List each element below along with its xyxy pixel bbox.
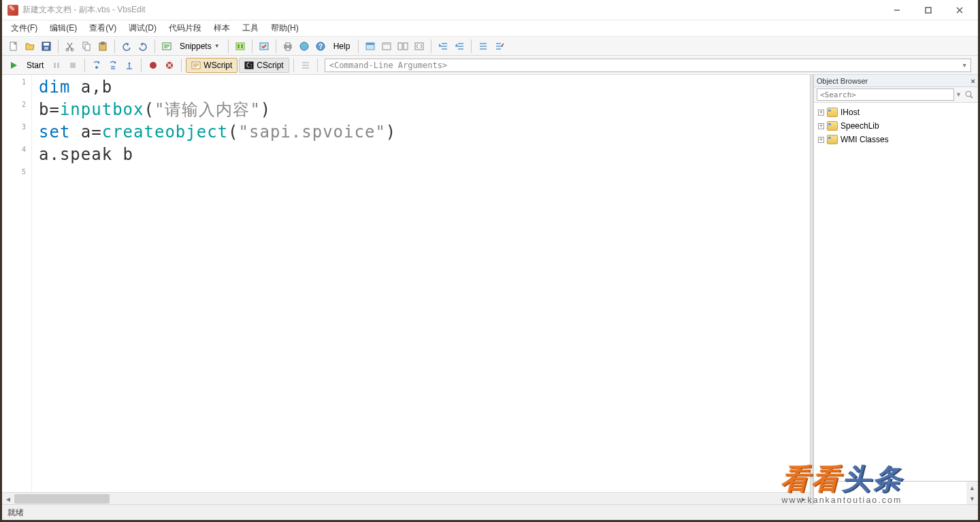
svg-point-19 xyxy=(300,42,308,50)
scroll-down-icon[interactable]: ▼ xyxy=(966,493,978,504)
svg-rect-25 xyxy=(382,43,391,45)
close-button[interactable] xyxy=(944,0,975,20)
window3-icon[interactable] xyxy=(395,39,410,54)
svg-point-33 xyxy=(150,62,157,69)
chevron-down-icon: ▼ xyxy=(214,43,220,49)
tree-node[interactable]: + WMI Classes xyxy=(815,133,977,146)
svg-point-32 xyxy=(95,66,98,69)
svg-rect-31 xyxy=(70,63,76,68)
open-file-icon[interactable] xyxy=(22,39,37,54)
maximize-button[interactable] xyxy=(913,0,944,20)
code-content[interactable]: dim a,bb=inputbox("请输入内容")set a=createob… xyxy=(36,75,810,491)
object-browser-search-input[interactable] xyxy=(817,88,954,101)
menu-snippets[interactable]: 代码片段 xyxy=(163,20,208,36)
list-icon[interactable] xyxy=(298,58,313,73)
indent-icon[interactable] xyxy=(436,39,451,54)
menu-bar: 文件(F) 编辑(E) 查看(V) 调试(D) 代码片段 样本 工具 帮助(H) xyxy=(2,20,978,37)
pause-icon[interactable] xyxy=(49,58,64,73)
exe-icon[interactable] xyxy=(257,39,272,54)
svg-rect-30 xyxy=(57,63,59,68)
cscript-label: CScript xyxy=(257,61,283,70)
menu-samples[interactable]: 样本 xyxy=(208,20,236,36)
help-icon[interactable]: ? xyxy=(313,39,328,54)
wscript-label: WScript xyxy=(203,61,232,70)
tree-node[interactable]: + IHost xyxy=(815,105,977,119)
expand-icon[interactable]: + xyxy=(818,123,824,129)
toolbar-debug: Start WScript C: CScript <Command-Line A… xyxy=(2,56,978,75)
object-browser-title: Object Browser xyxy=(817,77,868,85)
object-browser-details: ▲ ▼ xyxy=(814,481,978,504)
cscript-button[interactable]: C: CScript xyxy=(239,58,289,73)
chevron-down-icon[interactable]: ▼ xyxy=(956,91,962,98)
window4-icon[interactable] xyxy=(412,39,427,54)
window-icon[interactable] xyxy=(363,39,378,54)
breakpoint-icon[interactable] xyxy=(146,58,161,73)
object-browser-tree[interactable]: + IHost + SpeechLib + WMI Classes xyxy=(814,102,978,480)
save-icon[interactable] xyxy=(39,39,54,54)
menu-edit[interactable]: 编辑(E) xyxy=(44,20,83,36)
code-line[interactable]: set a=createobject("sapi.spvoice") xyxy=(39,121,807,144)
svg-rect-18 xyxy=(286,48,290,50)
start-label: Start xyxy=(27,61,44,70)
menu-debug[interactable]: 调试(D) xyxy=(122,20,163,36)
help-button[interactable]: Help xyxy=(329,39,355,54)
menu-view[interactable]: 查看(V) xyxy=(83,20,122,36)
expand-icon[interactable]: + xyxy=(818,110,824,116)
start-icon[interactable] xyxy=(6,58,21,73)
print-icon[interactable] xyxy=(280,39,295,54)
line-number: 5 xyxy=(2,166,31,189)
code-line[interactable]: b=inputbox("请输入内容") xyxy=(39,99,807,121)
code-line[interactable]: dim a,b xyxy=(39,76,807,99)
tree-node[interactable]: + SpeechLib xyxy=(815,119,977,133)
cmdline-arguments-input[interactable]: <Command-Line Arguments> ▼ xyxy=(325,59,971,72)
line-gutter: 12345 xyxy=(2,75,32,504)
menu-help[interactable]: 帮助(H) xyxy=(265,20,305,36)
script-icon xyxy=(191,61,201,70)
bookmark-icon[interactable] xyxy=(162,58,177,73)
scroll-right-icon[interactable]: ► xyxy=(798,493,810,504)
cut-icon[interactable] xyxy=(63,39,78,54)
expand-icon[interactable]: + xyxy=(818,137,824,143)
chevron-down-icon: ▼ xyxy=(963,62,966,69)
step-out-icon[interactable] xyxy=(122,58,137,73)
step-over-icon[interactable] xyxy=(105,58,120,73)
redo-icon[interactable] xyxy=(135,39,150,54)
comment-icon[interactable] xyxy=(476,39,491,54)
close-panel-icon[interactable]: × xyxy=(971,77,975,85)
new-file-icon[interactable] xyxy=(6,39,21,54)
window2-icon[interactable] xyxy=(379,39,394,54)
start-button[interactable]: Start xyxy=(22,58,48,73)
world-icon[interactable] xyxy=(297,39,312,54)
wscript-button[interactable]: WScript xyxy=(186,58,238,73)
tree-node-label: WMI Classes xyxy=(840,135,889,144)
stop-icon[interactable] xyxy=(65,58,80,73)
svg-text:C:: C: xyxy=(246,63,253,69)
svg-rect-12 xyxy=(236,43,244,50)
horizontal-scrollbar[interactable]: ◄ ► xyxy=(2,492,810,504)
scroll-thumb[interactable] xyxy=(14,494,110,504)
scroll-left-icon[interactable]: ◄ xyxy=(2,493,14,504)
help-label: Help xyxy=(333,42,350,51)
copy-icon[interactable] xyxy=(79,39,94,54)
menu-tools[interactable]: 工具 xyxy=(236,20,265,36)
undo-icon[interactable] xyxy=(119,39,134,54)
snippets-button[interactable]: Snippets ▼ xyxy=(176,39,224,54)
svg-rect-10 xyxy=(101,42,104,44)
minimize-button[interactable] xyxy=(881,0,913,20)
line-number: 3 xyxy=(2,121,31,144)
paste-icon[interactable] xyxy=(95,39,110,54)
outdent-icon[interactable] xyxy=(452,39,467,54)
snippets-icon[interactable] xyxy=(159,39,174,54)
menu-file[interactable]: 文件(F) xyxy=(5,20,44,36)
svg-rect-8 xyxy=(85,44,90,50)
search-find-icon[interactable] xyxy=(963,88,975,101)
code-line[interactable]: a.speak b xyxy=(39,144,807,166)
samples-icon[interactable] xyxy=(233,39,248,54)
code-editor[interactable]: 12345 dim a,bb=inputbox("请输入内容")set a=cr… xyxy=(2,75,810,504)
svg-rect-27 xyxy=(404,43,408,50)
scroll-up-icon[interactable]: ▲ xyxy=(966,482,978,493)
code-line[interactable] xyxy=(39,166,807,189)
uncomment-icon[interactable] xyxy=(492,39,507,54)
step-into-icon[interactable] xyxy=(89,58,104,73)
vertical-scrollbar[interactable]: ▲ ▼ xyxy=(966,482,978,504)
